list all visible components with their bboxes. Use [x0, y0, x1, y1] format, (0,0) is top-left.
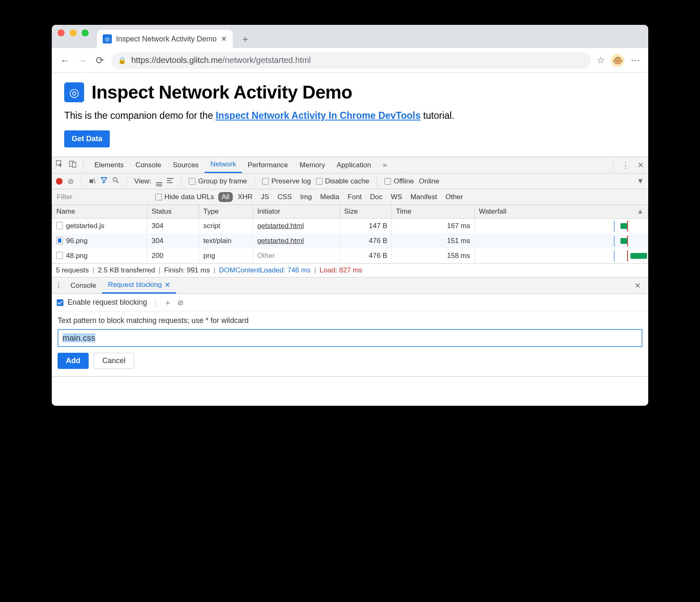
bookmark-star-icon[interactable]: ☆: [597, 55, 605, 66]
page-content: ◎ Inspect Network Activity Demo This is …: [52, 73, 648, 157]
filter-input[interactable]: [52, 189, 155, 205]
browser-window: ◎ Inspect Network Activity Demo ✕ ＋ ← → …: [52, 25, 648, 406]
initiator-link[interactable]: getstarted.html: [257, 222, 304, 230]
browser-toolbar: ← → ⟳ 🔒 https://devtools.glitch.me/netwo…: [52, 48, 648, 73]
page-heading: Inspect Network Activity Demo: [92, 82, 352, 103]
drawer-tab-console[interactable]: Console: [65, 277, 102, 294]
devtools-tab-application[interactable]: Application: [331, 157, 377, 173]
more-tabs-icon[interactable]: »: [379, 161, 390, 169]
tab-close-icon[interactable]: ✕: [221, 34, 227, 43]
filter-type-css[interactable]: CSS: [274, 193, 295, 201]
table-row[interactable]: getstarted.js304scriptgetstarted.html147…: [52, 219, 648, 234]
pattern-input[interactable]: main.css: [58, 329, 642, 347]
browser-tab[interactable]: ◎ Inspect Network Activity Demo ✕: [97, 30, 233, 48]
inspect-element-icon[interactable]: [54, 160, 65, 170]
view-list-icon[interactable]: [156, 176, 162, 186]
url-scheme: https://: [131, 55, 156, 65]
devtools-tab-sources[interactable]: Sources: [167, 157, 204, 173]
drawer-close-icon[interactable]: ✕: [635, 281, 645, 290]
filter-type-ws[interactable]: WS: [388, 193, 406, 201]
filter-type-img[interactable]: Img: [297, 193, 315, 201]
cancel-button[interactable]: Cancel: [94, 353, 134, 369]
pattern-hint-label: Text pattern to block matching requests;…: [58, 316, 642, 325]
filter-type-manifest[interactable]: Manifest: [407, 193, 440, 201]
request-size: 476 B: [340, 234, 392, 248]
column-header-waterfall[interactable]: Waterfall▲: [475, 205, 648, 219]
request-time: 167 ms: [392, 219, 475, 234]
search-icon[interactable]: [112, 177, 119, 185]
camera-icon[interactable]: ■\: [89, 177, 96, 185]
address-bar[interactable]: 🔒 https://devtools.glitch.me/network/get…: [111, 52, 591, 69]
request-blocking-panel: Enable request blocking ＋ ⊘ Text pattern…: [52, 294, 648, 377]
request-initiator: getstarted.html: [253, 234, 340, 248]
filter-type-all[interactable]: All: [218, 192, 233, 202]
initiator-link[interactable]: getstarted.html: [257, 237, 304, 245]
get-data-button[interactable]: Get Data: [64, 130, 110, 147]
table-row[interactable]: 96.png304text/plaingetstarted.html476 B1…: [52, 234, 648, 248]
filter-type-doc[interactable]: Doc: [367, 193, 386, 201]
enable-request-blocking-checkbox[interactable]: Enable request blocking: [57, 298, 147, 307]
disable-cache-checkbox[interactable]: Disable cache: [316, 177, 369, 185]
network-requests-table: NameStatusTypeInitiatorSizeTimeWaterfall…: [52, 205, 648, 263]
request-name: getstarted.js: [66, 222, 105, 230]
back-button[interactable]: ←: [59, 55, 71, 66]
table-row[interactable]: 48.png200pngOther476 B158 ms: [52, 248, 648, 263]
forward-button[interactable]: →: [77, 55, 88, 66]
filter-type-other[interactable]: Other: [442, 193, 466, 201]
window-close-button[interactable]: [58, 29, 65, 36]
view-label: View:: [134, 177, 151, 185]
network-summary: 5 requests | 2.5 KB transferred | Finish…: [52, 263, 648, 277]
online-label[interactable]: Online: [419, 177, 439, 185]
devtools-menu-icon[interactable]: ⋮: [620, 161, 631, 170]
column-header-status[interactable]: Status: [147, 205, 199, 219]
add-button[interactable]: Add: [58, 353, 89, 369]
column-header-time[interactable]: Time: [392, 205, 475, 219]
column-header-name[interactable]: Name: [52, 205, 147, 219]
devtools-tab-performance[interactable]: Performance: [242, 157, 294, 173]
filter-icon[interactable]: [101, 177, 107, 185]
column-header-size[interactable]: Size: [340, 205, 392, 219]
filter-type-media[interactable]: Media: [317, 193, 343, 201]
drawer-menu-icon[interactable]: ⋮: [55, 281, 62, 290]
browser-menu-icon[interactable]: ⋮: [630, 56, 641, 65]
filter-type-js[interactable]: JS: [258, 193, 273, 201]
clear-icon[interactable]: ⊘: [68, 177, 74, 186]
drawer-tab-request-blocking[interactable]: Request blocking ✕: [102, 277, 176, 294]
preserve-log-checkbox[interactable]: Preserve log: [262, 177, 311, 185]
view-large-icon[interactable]: [167, 177, 174, 185]
request-name: 96.png: [66, 237, 88, 245]
filter-type-xhr[interactable]: XHR: [234, 193, 256, 201]
record-button[interactable]: [56, 178, 63, 185]
throttling-dropdown-icon[interactable]: ▼: [637, 177, 644, 185]
svg-line-4: [116, 181, 118, 183]
window-minimize-button[interactable]: [70, 29, 77, 36]
hide-data-urls-checkbox[interactable]: Hide data URLs: [155, 193, 214, 201]
profile-avatar[interactable]: 🐵: [611, 54, 624, 67]
reload-button[interactable]: ⟳: [94, 55, 106, 66]
tutorial-link[interactable]: Inspect Network Activity In Chrome DevTo…: [216, 110, 421, 121]
devtools-tab-elements[interactable]: Elements: [89, 157, 130, 173]
new-tab-button[interactable]: ＋: [237, 31, 253, 47]
offline-checkbox[interactable]: Offline: [384, 177, 414, 185]
window-maximize-button[interactable]: [82, 29, 89, 36]
group-by-frame-checkbox[interactable]: Group by frame: [189, 177, 247, 185]
drawer-tab-bar: ⋮ ConsoleRequest blocking ✕ ✕: [52, 277, 648, 294]
remove-all-icon[interactable]: ⊘: [177, 298, 183, 307]
add-pattern-icon[interactable]: ＋: [164, 298, 171, 308]
devtools-close-icon[interactable]: ✕: [635, 161, 646, 170]
column-header-type[interactable]: Type: [199, 205, 253, 219]
devtools-tab-network[interactable]: Network: [205, 157, 242, 173]
svg-point-3: [113, 178, 117, 181]
filter-type-font[interactable]: Font: [344, 193, 365, 201]
request-status: 200: [147, 248, 199, 263]
page-logo-icon: ◎: [64, 82, 84, 102]
waterfall-bar: [479, 236, 644, 246]
column-header-initiator[interactable]: Initiator: [253, 205, 340, 219]
close-icon[interactable]: ✕: [164, 281, 170, 289]
request-status: 304: [147, 219, 199, 234]
devtools-panel: ElementsConsoleSourcesNetworkPerformance…: [52, 157, 648, 377]
window-controls: [58, 25, 97, 48]
devtools-tab-console[interactable]: Console: [130, 157, 167, 173]
devtools-tab-memory[interactable]: Memory: [294, 157, 331, 173]
device-toolbar-icon[interactable]: [68, 160, 78, 170]
